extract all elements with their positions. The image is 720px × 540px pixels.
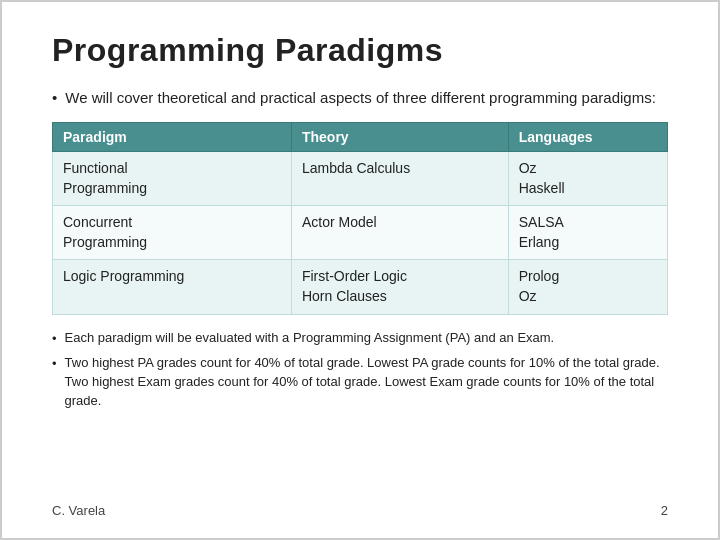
col-header-paradigm: Paradigm [53, 123, 292, 152]
slide-footer: C. Varela 2 [52, 495, 668, 518]
col-header-languages: Languages [508, 123, 667, 152]
bullet-text-1: Each paradigm will be evaluated with a P… [65, 329, 555, 348]
bullet-text-2: Two highest PA grades count for 40% of t… [65, 354, 668, 411]
cell-theory-1: Lambda Calculus [291, 152, 508, 206]
slide-title: Programming Paradigms [52, 32, 668, 69]
table-header-row: Paradigm Theory Languages [53, 123, 668, 152]
col-header-theory: Theory [291, 123, 508, 152]
table-row: Logic Programming First-Order LogicHorn … [53, 260, 668, 314]
cell-languages-2: SALSAErlang [508, 206, 667, 260]
cell-languages-3: PrologOz [508, 260, 667, 314]
bullet-dot-2: • [52, 355, 57, 374]
footer-page: 2 [661, 503, 668, 518]
bullet-symbol: • [52, 87, 57, 108]
cell-theory-3: First-Order LogicHorn Clauses [291, 260, 508, 314]
cell-paradigm-2: ConcurrentProgramming [53, 206, 292, 260]
table-row: FunctionalProgramming Lambda Calculus Oz… [53, 152, 668, 206]
intro-bullet: •We will cover theoretical and practical… [52, 87, 668, 108]
bullet-item-1: • Each paradigm will be evaluated with a… [52, 329, 668, 349]
cell-paradigm-3: Logic Programming [53, 260, 292, 314]
slide: Programming Paradigms •We will cover the… [0, 0, 720, 540]
cell-languages-1: OzHaskell [508, 152, 667, 206]
footer-author: C. Varela [52, 503, 105, 518]
bullet-item-2: • Two highest PA grades count for 40% of… [52, 354, 668, 411]
table-row: ConcurrentProgramming Actor Model SALSAE… [53, 206, 668, 260]
paradigms-table: Paradigm Theory Languages FunctionalProg… [52, 122, 668, 315]
bottom-bullets: • Each paradigm will be evaluated with a… [52, 329, 668, 417]
bullet-dot-1: • [52, 330, 57, 349]
cell-paradigm-1: FunctionalProgramming [53, 152, 292, 206]
cell-theory-2: Actor Model [291, 206, 508, 260]
